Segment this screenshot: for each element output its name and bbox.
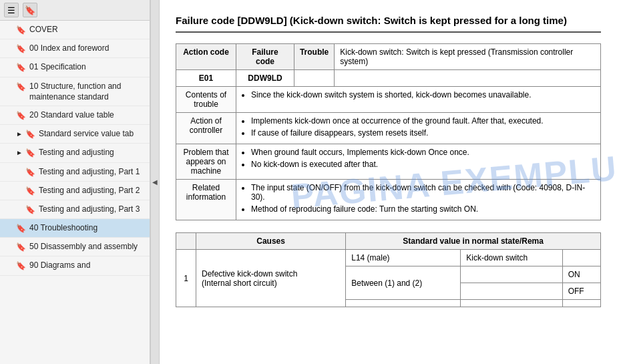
related-label: Related information [176, 180, 236, 220]
sidebar-item-50-disassembly[interactable]: 🔖50 Disassembly and assembly [0, 238, 150, 256]
sidebar-label-testing-p2: Testing and adjusting, Part 2 [39, 185, 144, 196]
bookmark-icon-01-spec: 🔖 [16, 62, 26, 73]
cause-desc: Defective kick-down switch(Internal shor… [196, 250, 346, 307]
bookmark-icon-cover: 🔖 [16, 25, 26, 35]
bookmark-icon-90-diagrams: 🔖 [16, 260, 26, 271]
problem-value: When ground fault occurs, Implements kic… [236, 144, 601, 180]
trouble-header: Trouble [294, 44, 334, 70]
page-title: Failure code [DDW9LD] (Kick-down switch:… [176, 13, 601, 33]
sidebar-item-cover[interactable]: 🔖COVER [0, 21, 150, 39]
bookmark-icon[interactable]: 🔖 [23, 3, 37, 17]
sidebar: ☰ 🔖 🔖COVER🔖00 Index and foreword🔖01 Spec… [0, 0, 150, 364]
sidebar-label-testing-p3: Testing and adjusting, Part 3 [39, 204, 144, 214]
sidebar-item-testing-adj[interactable]: ►🔖Testing and adjusting [0, 144, 150, 162]
sidebar-items-container: 🔖COVER🔖00 Index and foreword🔖01 Specific… [0, 21, 150, 276]
sidebar-label-testing-adj: Testing and adjusting [39, 147, 144, 158]
sidebar-toolbar: ☰ 🔖 [0, 0, 150, 21]
menu-icon[interactable]: ☰ [4, 3, 19, 17]
on-state [461, 266, 562, 283]
failure-code-value: DDW9LD [236, 70, 294, 87]
standard-header: Standard value in normal state/Rema [346, 233, 601, 250]
connector-label: L14 (male) [346, 250, 461, 266]
sidebar-label-20-standard: 20 Standard value table [29, 110, 144, 120]
sidebar-label-90-diagrams: 90 Diagrams and [29, 260, 144, 270]
trouble-desc-empty [335, 70, 601, 87]
action-code-header: Action code [176, 44, 236, 70]
bookmark-icon-testing-p2: 🔖 [25, 186, 35, 196]
sidebar-item-20-standard[interactable]: 🔖20 Standard value table [0, 106, 150, 125]
bookmark-icon-10-structure: 🔖 [16, 81, 26, 92]
sidebar-label-cover: COVER [29, 24, 144, 35]
bookmark-icon-40-trouble: 🔖 [16, 223, 26, 234]
trouble-desc-cell: Kick-down switch: Switch is kept pressed… [335, 44, 601, 70]
on-value: ON [562, 266, 600, 283]
sidebar-label-testing-p1: Testing and adjusting, Part 1 [39, 166, 144, 177]
sidebar-collapse-handle[interactable]: ◀ [150, 0, 160, 364]
sidebar-label-00-index: 00 Index and foreword [29, 43, 144, 53]
sidebar-item-testing-p1[interactable]: 🔖Testing and adjusting, Part 1 [0, 163, 150, 182]
between-label: Between (1) and (2) [346, 266, 461, 300]
cause-num: 1 [176, 250, 196, 307]
on-off-header [562, 250, 600, 266]
main-content: Failure code [DDW9LD] (Kick-down switch:… [160, 0, 617, 364]
sidebar-item-testing-p3[interactable]: 🔖Testing and adjusting, Part 3 [0, 200, 150, 219]
sidebar-item-std-service[interactable]: ►🔖Standard service value tab [0, 125, 150, 144]
bookmark-icon-testing-p3: 🔖 [25, 204, 35, 215]
bookmark-icon-testing-adj: 🔖 [25, 148, 35, 158]
bookmark-icon-20-standard: 🔖 [16, 110, 26, 121]
bookmark-icon-00-index: 🔖 [16, 43, 26, 54]
failure-code-header: Failure code [236, 44, 294, 70]
kick-down-label: Kick-down switch [461, 250, 562, 266]
expand-arrow: ► [16, 130, 23, 139]
sidebar-item-10-structure[interactable]: 🔖10 Structure, function and maintenance … [0, 77, 150, 106]
bookmark-icon-50-disassembly: 🔖 [16, 242, 26, 252]
empty-2 [461, 300, 562, 307]
sidebar-item-90-diagrams[interactable]: 🔖90 Diagrams and [0, 256, 150, 275]
expand-arrow: ► [16, 148, 23, 158]
action-label: Action of controller [176, 113, 236, 144]
sidebar-label-std-service: Standard service value tab [39, 128, 144, 139]
action-code-value: E01 [176, 70, 236, 87]
sidebar-label-01-spec: 01 Specification [29, 61, 144, 72]
causes-header: Causes [196, 233, 346, 250]
causes-table: Causes Standard value in normal state/Re… [176, 232, 601, 307]
sidebar-item-01-spec[interactable]: 🔖01 Specification [0, 58, 150, 77]
sidebar-label-10-structure: 10 Structure, function and maintenance s… [29, 81, 144, 102]
off-state [461, 283, 562, 300]
problem-label: Problem that appears on machine [176, 144, 236, 180]
related-value: The input state (ON/OFF) from the kick-d… [236, 180, 601, 220]
empty-1 [346, 300, 461, 307]
sidebar-item-00-index[interactable]: 🔖00 Index and foreword [0, 39, 150, 58]
bookmark-icon-testing-p1: 🔖 [25, 167, 35, 178]
sidebar-label-40-trouble: 40 Troubleshooting [29, 222, 144, 233]
num-header [176, 233, 196, 250]
off-value: OFF [562, 283, 600, 300]
contents-label: Contents of trouble [176, 87, 236, 113]
sidebar-item-40-trouble[interactable]: 🔖40 Troubleshooting [0, 219, 150, 238]
empty-3 [562, 300, 600, 307]
sidebar-label-50-disassembly: 50 Disassembly and assembly [29, 241, 144, 252]
action-value: Implements kick-down once at occurrence … [236, 113, 601, 144]
sidebar-item-testing-p2[interactable]: 🔖Testing and adjusting, Part 2 [0, 182, 150, 200]
bookmark-icon-std-service: 🔖 [25, 129, 35, 140]
contents-value: Since the kick-down switch system is sho… [236, 87, 601, 113]
trouble-spacer [294, 70, 334, 87]
info-table: Action code Failure code Trouble Kick-do… [176, 43, 601, 220]
